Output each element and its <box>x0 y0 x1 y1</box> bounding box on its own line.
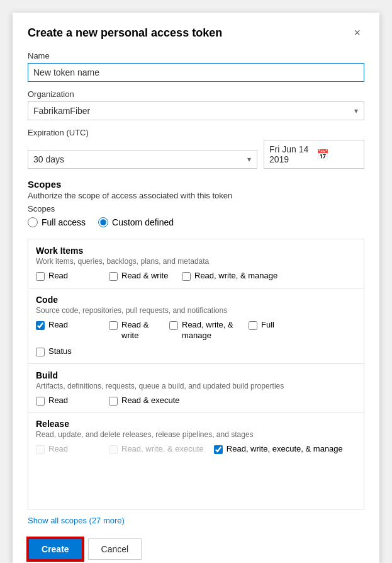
full-access-radio-label[interactable]: Full access <box>28 217 86 227</box>
expiration-select-wrapper: 30 days 60 days 90 days Custom ▾ <box>28 150 257 169</box>
rel-rwe-checkbox[interactable] <box>109 445 118 454</box>
wi-rw-checkbox[interactable] <box>109 272 118 281</box>
full-access-label: Full access <box>42 217 86 227</box>
expiration-row: 30 days 60 days 90 days Custom ▾ Fri Jun… <box>28 140 364 169</box>
code-options: Read Read &write Read, write, &manage Fu… <box>36 320 356 357</box>
dialog-title: Create a new personal access token <box>28 26 222 40</box>
build-read-checkbox[interactable] <box>36 397 45 406</box>
cancel-button[interactable]: Cancel <box>88 538 142 560</box>
scope-option: Status <box>36 346 99 357</box>
code-desc: Source code, repositories, pull requests… <box>36 306 356 315</box>
full-access-radio[interactable] <box>28 217 38 227</box>
custom-defined-label: Custom defined <box>112 217 174 227</box>
show-all-scopes-link[interactable]: Show all scopes (27 more) <box>28 516 364 525</box>
build-re-checkbox[interactable] <box>109 397 118 406</box>
scopes-title: Scopes <box>28 179 364 190</box>
scope-option: Read & execute <box>109 395 180 406</box>
scope-option: Read & write <box>109 271 172 282</box>
rel-rwem-checkbox[interactable] <box>214 445 223 454</box>
scope-group-code: Code Source code, repositories, pull req… <box>28 288 364 364</box>
scopes-desc: Authorize the scope of access associated… <box>28 191 364 200</box>
footer-buttons: Create Cancel <box>28 538 364 560</box>
build-desc: Artifacts, definitions, requests, queue … <box>36 382 356 390</box>
scope-option: Read <box>36 271 99 282</box>
org-label: Organization <box>28 89 364 99</box>
scopes-section: Scopes Authorize the scope of access ass… <box>28 179 364 234</box>
scope-option: Read, write, & execute <box>109 444 204 455</box>
code-rwm-label[interactable]: Read, write, &manage <box>182 320 233 341</box>
scope-radio-group: Full access Custom defined <box>28 217 364 227</box>
code-full-label[interactable]: Full <box>261 320 274 331</box>
rel-read-label[interactable]: Read <box>48 444 68 455</box>
calendar-icon[interactable]: 📅 <box>316 149 359 161</box>
rel-rwem-label[interactable]: Read, write, execute, & manage <box>227 444 343 455</box>
release-desc: Read, update, and delete releases, relea… <box>36 430 356 439</box>
date-value: Fri Jun 14 2019 <box>269 144 311 164</box>
scope-group-release: Release Read, update, and delete release… <box>28 412 364 461</box>
org-select-wrapper: FabrikamFiber ▾ <box>28 101 364 120</box>
name-input[interactable] <box>28 63 364 82</box>
scope-option: Read <box>36 320 99 331</box>
work-items-title: Work Items <box>36 246 356 256</box>
scopes-scroll-area[interactable]: Work Items Work items, queries, backlogs… <box>28 239 364 509</box>
code-rw-label[interactable]: Read &write <box>121 320 148 341</box>
code-rwm-checkbox[interactable] <box>169 321 178 330</box>
scope-option: Full <box>249 320 311 331</box>
work-items-options: Read Read & write Read, write, & manage <box>36 271 356 282</box>
custom-defined-radio-label[interactable]: Custom defined <box>98 217 174 227</box>
name-label: Name <box>28 51 364 60</box>
code-title: Code <box>36 295 356 305</box>
expiration-select[interactable]: 30 days 60 days 90 days Custom <box>28 150 257 169</box>
date-picker-field[interactable]: Fri Jun 14 2019 📅 <box>264 140 364 169</box>
scope-option: Read <box>36 444 99 455</box>
wi-rwm-checkbox[interactable] <box>182 272 191 281</box>
custom-defined-radio[interactable] <box>98 217 108 227</box>
build-title: Build <box>36 370 356 380</box>
rel-read-checkbox[interactable] <box>36 445 45 454</box>
scope-option: Read, write, & manage <box>182 271 277 282</box>
scope-option: Read &write <box>109 320 159 341</box>
scope-option: Read, write, &manage <box>169 320 238 341</box>
code-read-checkbox[interactable] <box>36 321 45 330</box>
release-title: Release <box>36 419 356 429</box>
wi-read-checkbox[interactable] <box>36 272 45 281</box>
build-re-label[interactable]: Read & execute <box>121 395 180 406</box>
code-rw-checkbox[interactable] <box>109 321 118 330</box>
wi-read-label[interactable]: Read <box>48 271 68 282</box>
create-button[interactable]: Create <box>28 538 83 560</box>
org-select[interactable]: FabrikamFiber <box>28 101 364 120</box>
wi-rwm-label[interactable]: Read, write, & manage <box>194 271 277 282</box>
rel-rwe-label[interactable]: Read, write, & execute <box>121 444 204 455</box>
close-button[interactable]: × <box>350 25 364 41</box>
dialog-header: Create a new personal access token × <box>28 25 364 41</box>
build-options: Read Read & execute <box>36 395 356 406</box>
code-read-label[interactable]: Read <box>48 320 68 331</box>
scope-group-work-items: Work Items Work items, queries, backlogs… <box>28 239 364 288</box>
code-full-checkbox[interactable] <box>249 321 257 330</box>
create-token-dialog: Create a new personal access token × Nam… <box>13 13 379 563</box>
scope-group-build: Build Artifacts, definitions, requests, … <box>28 364 364 413</box>
wi-rw-label[interactable]: Read & write <box>121 271 168 282</box>
work-items-desc: Work items, queries, backlogs, plans, an… <box>36 257 356 266</box>
expiration-label: Expiration (UTC) <box>28 128 364 137</box>
code-status-checkbox[interactable] <box>36 348 45 356</box>
scope-option: Read, write, execute, & manage <box>214 444 343 455</box>
scopes-label: Scopes <box>28 204 364 213</box>
release-options: Read Read, write, & execute Read, write,… <box>36 444 356 455</box>
code-status-label[interactable]: Status <box>48 346 72 357</box>
scope-option: Read <box>36 395 99 406</box>
build-read-label[interactable]: Read <box>48 395 68 406</box>
